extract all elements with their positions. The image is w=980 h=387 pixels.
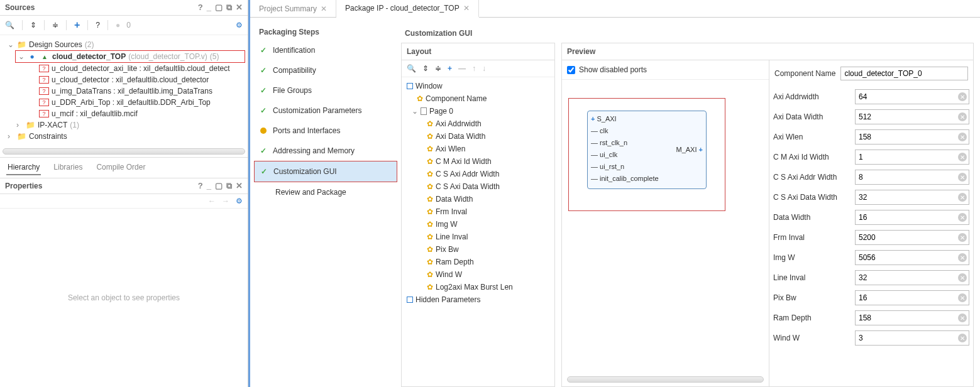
- search-icon[interactable]: 🔍: [5, 21, 14, 30]
- close-icon[interactable]: ✕: [236, 181, 243, 191]
- param-input[interactable]: [855, 89, 969, 104]
- layout-param-item[interactable]: Axi Addrwidth: [436, 119, 482, 128]
- settings-icon[interactable]: ⚙: [236, 21, 243, 30]
- packaging-step[interactable]: Ports and Interfaces: [254, 121, 397, 141]
- clear-icon[interactable]: ✕: [958, 112, 967, 121]
- help-icon-2[interactable]: ?: [96, 21, 100, 30]
- param-input[interactable]: [855, 190, 969, 205]
- clear-icon[interactable]: ✕: [958, 233, 967, 242]
- clear-icon[interactable]: ✕: [958, 92, 967, 101]
- component-name-input[interactable]: [840, 67, 968, 80]
- window-node[interactable]: Window: [416, 82, 443, 90]
- packaging-step[interactable]: ✓Compatibility: [254, 60, 397, 80]
- source-item[interactable]: u_DDR_Arbi_Top : xil_defaultlib.DDR_Arbi…: [52, 98, 211, 107]
- tab-package-ip[interactable]: Package IP - cloud_detector_TOP ✕: [336, 0, 479, 18]
- clear-icon[interactable]: ✕: [958, 213, 967, 222]
- component-name-node[interactable]: Component Name: [426, 94, 487, 103]
- layout-param-item[interactable]: Axi Wlen: [436, 144, 465, 153]
- undock-icon[interactable]: ⧉: [226, 181, 232, 191]
- chevron-down-icon[interactable]: ⌄: [8, 40, 16, 49]
- expand-icon[interactable]: ≑: [435, 64, 441, 73]
- collapse-icon[interactable]: ⇕: [422, 64, 429, 73]
- chevron-right-icon[interactable]: ›: [16, 121, 25, 129]
- forward-icon[interactable]: →: [222, 197, 229, 205]
- close-icon[interactable]: ✕: [236, 3, 243, 13]
- collapse-icon[interactable]: ⇕: [30, 21, 36, 30]
- settings-icon[interactable]: ⚙: [236, 197, 243, 205]
- minimize-icon[interactable]: _: [207, 3, 211, 13]
- top-module-label[interactable]: cloud_detector_TOP: [52, 52, 126, 61]
- clear-icon[interactable]: ✕: [958, 193, 967, 202]
- add-icon[interactable]: +: [74, 19, 80, 31]
- layout-param-item[interactable]: C S Axi Data Width: [436, 182, 500, 191]
- hidden-params-node[interactable]: Hidden Parameters: [416, 295, 480, 304]
- layout-param-item[interactable]: Ram Depth: [436, 258, 474, 266]
- packaging-step[interactable]: ✓File Groups: [254, 80, 397, 101]
- minimize-icon[interactable]: _: [207, 181, 211, 191]
- design-sources-label[interactable]: Design Sources: [29, 40, 82, 49]
- packaging-step[interactable]: ✓Customization GUI: [254, 161, 397, 182]
- packaging-step[interactable]: ✓Customization Parameters: [254, 101, 397, 121]
- layout-param-item[interactable]: Wind W: [436, 270, 462, 279]
- scrollbar[interactable]: [567, 376, 764, 383]
- layout-param-item[interactable]: C M Axi Id Width: [436, 157, 492, 166]
- tab-compile-order[interactable]: Compile Order: [95, 160, 146, 175]
- source-item[interactable]: u_cloud_detector : xil_defaultlib.cloud_…: [52, 75, 209, 84]
- close-icon[interactable]: ✕: [463, 4, 470, 13]
- layout-param-item[interactable]: Frm Inval: [436, 207, 467, 216]
- layout-param-item[interactable]: Pix Bw: [436, 245, 459, 254]
- param-input[interactable]: [855, 210, 969, 225]
- param-input[interactable]: [855, 150, 969, 165]
- source-item[interactable]: u_cloud_detector_axi_lite : xil_defaultl…: [52, 64, 230, 73]
- param-input[interactable]: [855, 310, 969, 325]
- param-input[interactable]: [855, 170, 969, 185]
- param-input[interactable]: [855, 250, 969, 265]
- param-input[interactable]: [855, 330, 969, 346]
- layout-param-item[interactable]: Data Width: [436, 195, 473, 204]
- param-input[interactable]: [855, 290, 969, 305]
- up-icon[interactable]: ↑: [472, 64, 476, 73]
- ipxact-label[interactable]: IP-XACT: [38, 121, 67, 129]
- add-icon[interactable]: +: [448, 64, 452, 73]
- tab-project-summary[interactable]: Project Summary ✕: [250, 0, 336, 17]
- packaging-step[interactable]: ✓Addressing and Memory: [254, 141, 397, 161]
- clear-icon[interactable]: ✕: [958, 133, 967, 141]
- close-icon[interactable]: ✕: [321, 4, 327, 13]
- tab-libraries[interactable]: Libraries: [52, 160, 84, 175]
- chevron-down-icon[interactable]: ⌄: [412, 107, 418, 116]
- down-icon[interactable]: ↓: [482, 64, 486, 73]
- param-input[interactable]: [855, 129, 969, 144]
- layout-param-item[interactable]: Line Inval: [436, 232, 468, 241]
- chevron-down-icon[interactable]: ⌄: [18, 52, 27, 61]
- clear-icon[interactable]: ✕: [958, 153, 967, 161]
- source-item[interactable]: u_img_DataTrans : xil_defaultlib.img_Dat…: [52, 87, 212, 95]
- param-input[interactable]: [855, 270, 969, 285]
- page0-node[interactable]: Page 0: [429, 107, 453, 116]
- source-item[interactable]: u_mcif : xil_defaultlib.mcif: [52, 109, 138, 118]
- undock-icon[interactable]: ⧉: [226, 3, 232, 13]
- tab-hierarchy[interactable]: Hierarchy: [6, 160, 41, 175]
- packaging-step[interactable]: Review and Package: [254, 182, 397, 202]
- clear-icon[interactable]: ✕: [958, 334, 967, 342]
- constraints-label[interactable]: Constraints: [29, 132, 67, 141]
- remove-icon[interactable]: —: [458, 64, 466, 73]
- layout-param-item[interactable]: C S Axi Addr Width: [436, 170, 499, 178]
- clear-icon[interactable]: ✕: [958, 173, 967, 182]
- param-input[interactable]: [855, 109, 969, 124]
- clear-icon[interactable]: ✕: [958, 313, 967, 322]
- layout-param-item[interactable]: Log2axi Max Burst Len: [436, 283, 513, 292]
- clear-icon[interactable]: ✕: [958, 253, 967, 262]
- show-disabled-ports-checkbox[interactable]: [567, 66, 575, 74]
- search-icon[interactable]: 🔍: [407, 64, 416, 73]
- scrollbar[interactable]: [3, 148, 245, 155]
- clear-icon[interactable]: ✕: [958, 273, 967, 282]
- restore-icon[interactable]: ▢: [215, 3, 223, 13]
- clear-icon[interactable]: ✕: [958, 293, 967, 302]
- help-icon[interactable]: ?: [198, 3, 203, 13]
- param-input[interactable]: [855, 230, 969, 245]
- packaging-step[interactable]: ✓Identification: [254, 40, 397, 60]
- back-icon[interactable]: ←: [208, 197, 216, 205]
- help-icon[interactable]: ?: [198, 181, 203, 191]
- expand-icon[interactable]: ≑: [52, 21, 58, 30]
- chevron-right-icon[interactable]: ›: [8, 132, 16, 141]
